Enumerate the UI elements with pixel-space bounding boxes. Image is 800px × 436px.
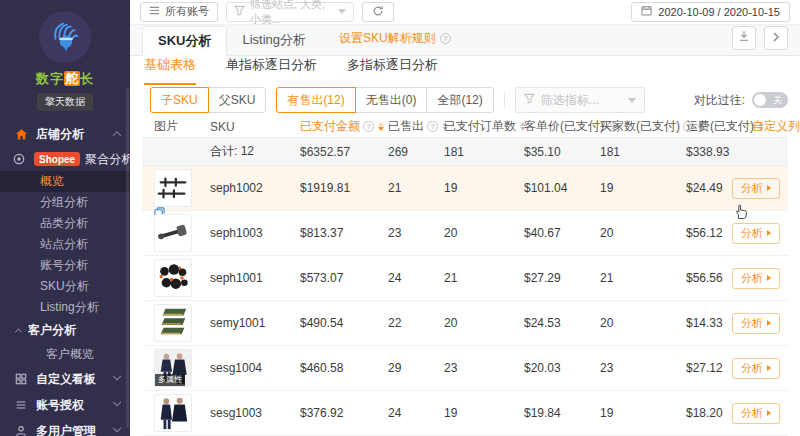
- sidebar-item-multi-user[interactable]: 多用户管理: [0, 418, 130, 436]
- all-accounts-button[interactable]: 所有账号: [140, 2, 218, 22]
- col-paid-orders[interactable]: 已支付订单数: [444, 118, 524, 135]
- table-row: seph1001 $573.07 24 21 $27.29 21 $56.56 …: [142, 256, 788, 301]
- question-circle-icon[interactable]: [363, 121, 374, 132]
- sku-parse-rules-link[interactable]: 设置SKU解析规则: [339, 30, 451, 47]
- analyze-button[interactable]: 分析: [732, 403, 780, 424]
- tab-listing-analysis[interactable]: Listing分析: [227, 25, 321, 55]
- sidebar-item-label: 聚合分析: [85, 151, 130, 168]
- product-thumbnail[interactable]: [154, 259, 192, 297]
- chevron-up-icon: [113, 131, 121, 139]
- metric-filter-select[interactable]: 筛选指标...: [515, 87, 645, 113]
- sidebar-item-shop-analysis[interactable]: 店铺分析: [0, 121, 130, 147]
- caret-right-icon: [767, 320, 771, 326]
- all-button[interactable]: 全部(12): [426, 87, 493, 113]
- expand-button[interactable]: [764, 26, 788, 50]
- sold-button[interactable]: 有售出(12): [276, 87, 355, 113]
- col-sold[interactable]: 已售出: [388, 118, 444, 135]
- sku-type-button-group: 子SKU 父SKU: [150, 87, 266, 113]
- table-row: seph1002 $1919.81 21 19 $101.04 19 $24.4…: [142, 166, 788, 211]
- sku-table: 图片 SKU 已支付金额 已售出 已支付订单数 客单价(已支付) 买家数(已支付…: [142, 116, 788, 436]
- table-row: semy1001 $490.54 22 20 $24.53 20 $14.33 …: [142, 301, 788, 346]
- sidebar-scrollbar[interactable]: [126, 88, 129, 428]
- question-circle-icon[interactable]: [427, 121, 438, 132]
- sidebar-item-aggregate-analysis[interactable]: Shopee 聚合分析: [0, 147, 130, 171]
- analyze-button[interactable]: 分析: [732, 223, 780, 244]
- sidebar-item-custom-dashboard[interactable]: 自定义看板: [0, 366, 130, 392]
- metric-filter-placeholder: 筛选指标...: [541, 92, 599, 109]
- sidebar-item-sku-analysis[interactable]: SKU分析: [0, 276, 130, 297]
- tab-sku-analysis[interactable]: SKU分析: [142, 26, 227, 56]
- toggle-knob: [754, 94, 766, 106]
- compare-toggle[interactable]: 关: [752, 92, 788, 108]
- col-paid-amount[interactable]: 已支付金额: [300, 118, 388, 135]
- user-icon: [14, 424, 28, 436]
- child-sku-button[interactable]: 子SKU: [150, 87, 209, 113]
- col-unit-price: 客单价(已支付): [524, 118, 600, 135]
- caret-right-icon: [767, 410, 771, 416]
- brand-title-part: 长: [80, 71, 94, 86]
- product-thumbnail[interactable]: [154, 169, 192, 207]
- product-thumbnail[interactable]: [154, 214, 192, 252]
- date-range-picker[interactable]: 2020-10-09 / 2020-10-15: [631, 2, 790, 22]
- site-filter-placeholder: 筛选站点, 大类, 小类...: [250, 0, 333, 27]
- col-image: 图片: [154, 118, 210, 135]
- table-row: sesg1003 $376.92 24 19 $19.84 19 $18.20 …: [142, 391, 788, 436]
- sidebar-item-account-analysis[interactable]: 账号分析: [0, 255, 130, 276]
- analyze-button[interactable]: 分析: [732, 313, 780, 334]
- sidebar-item-customer-overview[interactable]: 客户概览: [0, 342, 130, 366]
- sidebar-item-account-authorization[interactable]: 账号授权: [0, 392, 130, 418]
- sidebar: 数字舵长 擎天数据 店铺分析 Shopee 聚合分析 概览 分组分析: [0, 0, 130, 436]
- brand-title-part: 舵: [64, 71, 80, 86]
- brand-title: 数字舵长: [0, 70, 130, 88]
- hamburger-icon: [149, 5, 160, 18]
- filter-row: 子SKU 父SKU 有售出(12) 无售出(0) 全部(12) 筛选指标... …: [130, 85, 800, 116]
- main-content: 所有账号 筛选站点, 大类, 小类... 2020-10-09 / 2020-1…: [130, 0, 800, 436]
- grid-icon: [14, 372, 28, 386]
- refresh-button[interactable]: [362, 2, 394, 22]
- target-icon: [12, 152, 26, 166]
- sidebar-item-overview[interactable]: 概览: [0, 171, 130, 192]
- sidebar-item-group-analysis[interactable]: 分组分析: [0, 192, 130, 213]
- list-icon: [14, 398, 28, 412]
- product-thumbnail[interactable]: [154, 304, 192, 342]
- col-buyers[interactable]: 买家数(已支付): [600, 118, 686, 135]
- subtab-multi-metric-daily[interactable]: 多指标逐日分析: [347, 56, 438, 85]
- sku-cell: sesg1003: [210, 406, 300, 420]
- chevron-down-icon: [113, 424, 121, 432]
- chevron-up-icon: [15, 328, 22, 335]
- sidebar-item-listing-analysis[interactable]: Listing分析: [0, 297, 130, 318]
- shopee-badge: Shopee: [34, 152, 80, 166]
- subtab-basic-table[interactable]: 基础表格: [144, 56, 196, 85]
- sold-filter-button-group: 有售出(12) 无售出(0) 全部(12): [276, 87, 493, 113]
- compare-past-label: 对比过往:: [694, 92, 745, 109]
- analyze-button[interactable]: 分析: [732, 178, 780, 199]
- unsold-button[interactable]: 无售出(0): [355, 87, 428, 113]
- refresh-icon: [372, 5, 384, 19]
- sidebar-item-customer-analysis[interactable]: 客户分析: [0, 318, 130, 342]
- home-icon: [14, 127, 28, 141]
- sidebar-item-category-analysis[interactable]: 品类分析: [0, 213, 130, 234]
- product-thumbnail[interactable]: 多属性: [154, 349, 192, 387]
- calendar-icon: [641, 5, 652, 18]
- analyze-button[interactable]: 分析: [732, 268, 780, 289]
- subtab-single-metric-daily[interactable]: 单指标逐日分析: [226, 56, 317, 85]
- table-row: 多属性 sesg1004 $460.58 29 23 $20.03 23 $27…: [142, 346, 788, 391]
- sorter-icon[interactable]: [378, 122, 384, 131]
- brand-subtitle-badge: 擎天数据: [37, 93, 93, 111]
- col-shipping[interactable]: 运费(已支付): [686, 118, 746, 135]
- site-filter-select[interactable]: 筛选站点, 大类, 小类...: [226, 2, 354, 22]
- product-thumbnail[interactable]: [154, 394, 192, 432]
- table-header: 图片 SKU 已支付金额 已售出 已支付订单数 客单价(已支付) 买家数(已支付…: [142, 116, 788, 138]
- tab-bar: SKU分析 Listing分析 设置SKU解析规则: [130, 25, 800, 56]
- analyze-button[interactable]: 分析: [732, 358, 780, 379]
- col-sku: SKU: [210, 120, 300, 134]
- question-circle-icon[interactable]: [440, 33, 451, 44]
- download-button[interactable]: [732, 26, 756, 50]
- caret-right-icon: [767, 275, 771, 281]
- toggle-state-label: 关: [773, 94, 782, 106]
- parent-sku-button[interactable]: 父SKU: [208, 87, 267, 113]
- sidebar-item-site-analysis[interactable]: 站点分析: [0, 234, 130, 255]
- caret-right-icon: [767, 230, 771, 236]
- custom-columns-link[interactable]: 自定义列: [746, 118, 788, 135]
- summary-row: 合计: 12 $6352.57 269 181 $35.10 181 $338.…: [142, 138, 788, 166]
